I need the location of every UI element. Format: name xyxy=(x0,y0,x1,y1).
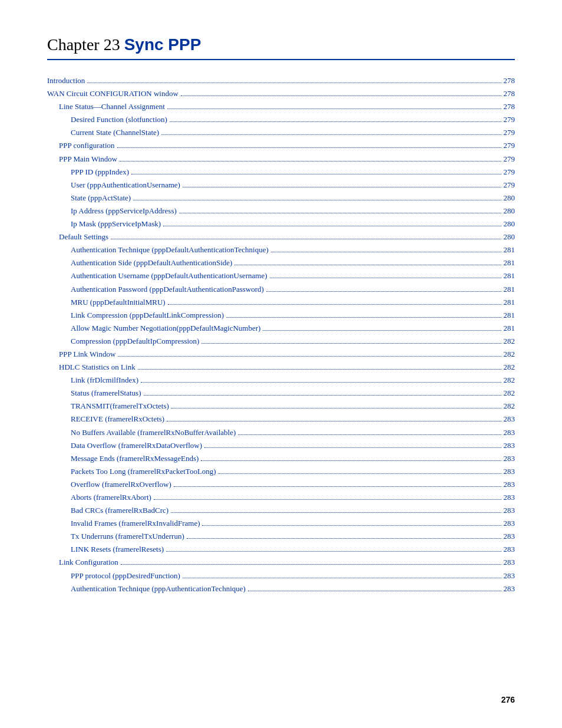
toc-dots xyxy=(154,499,501,500)
toc-entry-text: User (pppAuthenticationUsername) xyxy=(71,179,180,192)
toc-entry[interactable]: PPP configuration279 xyxy=(47,139,515,152)
toc-entry[interactable]: Packets Too Long (framerelRxPacketTooLon… xyxy=(47,465,515,478)
chapter-header: Chapter 23 Sync PPP xyxy=(47,35,515,60)
toc-dots xyxy=(111,239,501,239)
toc-entry[interactable]: Introduction278 xyxy=(47,74,515,87)
toc-entry[interactable]: Default Settings280 xyxy=(47,230,515,243)
toc-entry[interactable]: Tx Underruns (framerelTxUnderrun)283 xyxy=(47,530,515,543)
toc-page-number: 280 xyxy=(504,218,515,230)
toc-entry[interactable]: Link Compression (pppDefaultLinkCompress… xyxy=(47,309,515,322)
toc-page-number: 283 xyxy=(504,504,515,517)
toc-entry[interactable]: Compression (pppDefaultIpCompression)282 xyxy=(47,335,515,348)
toc-dots xyxy=(238,434,501,435)
toc-page-number: 279 xyxy=(504,139,515,152)
toc-page-number: 282 xyxy=(504,387,515,400)
toc-page-number: 283 xyxy=(504,426,515,439)
toc-dots xyxy=(201,460,501,461)
toc-entry-text: Allow Magic Number Negotiation(pppDefaul… xyxy=(71,322,260,335)
toc-entry[interactable]: Authentication Username (pppDefaultAuthe… xyxy=(47,269,515,282)
toc-dots xyxy=(133,200,501,200)
toc-entry[interactable]: Ip Mask (pppServiceIpMask)280 xyxy=(47,218,515,230)
toc-dots xyxy=(201,343,501,344)
toc-entry-text: Link Compression (pppDefaultLinkCompress… xyxy=(71,309,224,322)
toc-entry[interactable]: RECEIVE (framerelRxOctets)283 xyxy=(47,413,515,426)
toc-entry-text: Introduction xyxy=(47,74,85,87)
toc-entry-text: Aborts (framerelRxAbort) xyxy=(71,491,151,504)
toc-entry-text: Overflow (framerelRxOverflow) xyxy=(71,478,171,491)
toc-entry-text: TRANSMIT(framerelTxOctets) xyxy=(71,400,169,413)
toc-dots xyxy=(141,382,501,383)
toc-entry-text: Default Settings xyxy=(59,230,108,243)
toc-dots xyxy=(271,252,501,252)
toc-entry[interactable]: Authentication Technique (pppDefaultAuth… xyxy=(47,243,515,256)
toc-dots xyxy=(179,213,501,213)
toc-entry-text: Ip Address (pppServiceIpAddress) xyxy=(71,205,177,218)
toc-dots xyxy=(234,265,501,265)
toc-entry[interactable]: PPP Main Window279 xyxy=(47,153,515,166)
toc-dots xyxy=(270,278,501,278)
toc-entry[interactable]: HDLC Statistics on Link282 xyxy=(47,361,515,374)
toc-entry[interactable]: Aborts (framerelRxAbort)283 xyxy=(47,491,515,504)
toc-dots xyxy=(131,174,501,174)
toc-entry[interactable]: PPP ID (pppIndex)279 xyxy=(47,166,515,179)
toc-page-number: 280 xyxy=(504,192,515,205)
toc-entry[interactable]: LINK Resets (framerelResets)283 xyxy=(47,543,515,556)
toc-entry-text: Compression (pppDefaultIpCompression) xyxy=(71,335,199,348)
toc-entry[interactable]: No Buffers Available (framerelRxNoBuffer… xyxy=(47,426,515,439)
toc-dots xyxy=(117,147,501,148)
toc-entry-text: WAN Circuit CONFIGURATION window xyxy=(47,87,178,100)
toc-page-number: 283 xyxy=(504,491,515,504)
toc-page-number: 281 xyxy=(504,256,515,269)
toc-page-number: 283 xyxy=(504,556,515,569)
toc-entry[interactable]: Link Configuration283 xyxy=(47,556,515,569)
toc-entry[interactable]: Invalid Frames (framerelRxInvalidFrame)2… xyxy=(47,517,515,530)
toc-entry[interactable]: PPP protocol (pppDesiredFunction)283 xyxy=(47,569,515,582)
toc-entry-text: Packets Too Long (framerelRxPacketTooLon… xyxy=(71,465,216,478)
toc-entry[interactable]: Ip Address (pppServiceIpAddress)280 xyxy=(47,205,515,218)
chapter-name: Sync PPP xyxy=(124,35,201,54)
toc-entry-text: RECEIVE (framerelRxOctets) xyxy=(71,413,164,426)
toc-entry-text: HDLC Statistics on Link xyxy=(59,361,135,374)
toc-page-number: 283 xyxy=(504,543,515,556)
toc-entry[interactable]: Status (framerelStatus)282 xyxy=(47,387,515,400)
toc-dots xyxy=(161,134,501,135)
toc-page-number: 283 xyxy=(504,582,515,595)
toc-page-number: 283 xyxy=(504,530,515,543)
toc-page-number: 278 xyxy=(504,100,515,113)
toc-entry[interactable]: WAN Circuit CONFIGURATION window278 xyxy=(47,87,515,100)
toc-entry[interactable]: Data Overflow (framerelRxDataOverflow)28… xyxy=(47,439,515,452)
toc-entry[interactable]: State (pppActState)280 xyxy=(47,192,515,205)
toc-entry-text: Desired Function (slotfunction) xyxy=(71,113,167,126)
toc-entry-text: No Buffers Available (framerelRxNoBuffer… xyxy=(71,426,236,439)
toc-entry[interactable]: Authentication Password (pppDefaultAuthe… xyxy=(47,283,515,296)
toc-entry-text: PPP ID (pppIndex) xyxy=(71,166,129,179)
toc-page-number: 281 xyxy=(504,243,515,256)
toc-entry-text: Link Configuration xyxy=(59,556,118,569)
toc-entry[interactable]: Bad CRCs (framerelRxBadCrc)283 xyxy=(47,504,515,517)
toc-entry-text: Bad CRCs (framerelRxBadCrc) xyxy=(71,504,168,517)
toc-dots xyxy=(144,395,501,396)
toc-dots xyxy=(87,83,501,83)
toc-page-number: 283 xyxy=(504,465,515,478)
toc-entry[interactable]: Line Status—Channel Assignment278 xyxy=(47,100,515,113)
toc-entry[interactable]: User (pppAuthenticationUsername)279 xyxy=(47,179,515,192)
toc-entry[interactable]: TRANSMIT(framerelTxOctets)282 xyxy=(47,400,515,413)
toc-entry[interactable]: Desired Function (slotfunction)279 xyxy=(47,113,515,126)
toc-entry[interactable]: Link (frDlcmilfIndex)282 xyxy=(47,374,515,387)
toc-entry[interactable]: Allow Magic Number Negotiation(pppDefaul… xyxy=(47,322,515,335)
toc-entry[interactable]: Authentication Side (pppDefaultAuthentic… xyxy=(47,256,515,269)
toc-entry[interactable]: Current State (ChannelState)279 xyxy=(47,126,515,139)
toc-page-number: 281 xyxy=(504,269,515,282)
toc-entry[interactable]: PPP Link Window282 xyxy=(47,348,515,361)
toc-page-number: 282 xyxy=(504,400,515,413)
toc-entry[interactable]: Authentication Technique (pppAuthenticat… xyxy=(47,582,515,595)
toc-page-number: 280 xyxy=(504,205,515,218)
toc-entry[interactable]: Message Ends (framerelRxMessageEnds)283 xyxy=(47,452,515,465)
toc-dots xyxy=(138,369,501,370)
toc-entry[interactable]: Overflow (framerelRxOverflow)283 xyxy=(47,478,515,491)
toc-dots xyxy=(170,121,501,122)
toc-entry[interactable]: MRU (pppDefaultInitialMRU)281 xyxy=(47,296,515,309)
toc-entry-text: Authentication Side (pppDefaultAuthentic… xyxy=(71,256,232,269)
toc-dots xyxy=(121,564,501,565)
toc-page-number: 279 xyxy=(504,166,515,179)
